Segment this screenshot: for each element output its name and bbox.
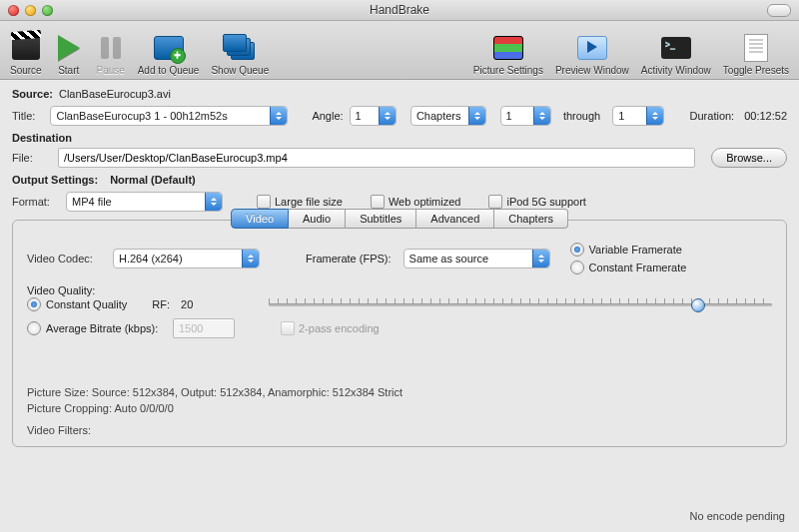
radio-icon	[570, 243, 584, 257]
bitrate-input	[173, 318, 235, 338]
pause-icon	[101, 37, 121, 59]
toggle-presets-icon	[744, 34, 768, 62]
checkbox-icon	[257, 195, 271, 209]
two-pass-label: 2-pass encoding	[299, 322, 380, 334]
average-bitrate-radio[interactable]: Average Bitrate (kbps):	[27, 321, 167, 335]
chevron-up-down-icon	[270, 107, 287, 125]
rf-value: 20	[181, 298, 193, 310]
picture-settings-icon	[493, 36, 523, 60]
clapperboard-icon	[12, 36, 40, 60]
close-icon[interactable]	[8, 5, 19, 16]
chapter-from-value: 1	[506, 110, 512, 122]
output-settings-heading: Output Settings:	[12, 174, 98, 186]
minimize-icon[interactable]	[25, 5, 36, 16]
constant-quality-radio[interactable]: Constant Quality RF: 20	[27, 297, 197, 311]
output-preset: Normal (Default)	[110, 174, 196, 186]
large-file-label: Large file size	[275, 196, 343, 208]
checkbox-icon	[488, 195, 502, 209]
chapter-to-select[interactable]: 1	[612, 106, 663, 126]
tab-video[interactable]: Video	[231, 209, 289, 229]
add-to-queue-label: Add to Queue	[138, 65, 200, 76]
tab-subtitles[interactable]: Subtitles	[346, 209, 416, 229]
vfr-label: Variable Framerate	[589, 244, 682, 256]
video-codec-label: Video Codec:	[27, 253, 107, 265]
toggle-presets-button[interactable]: Toggle Presets	[723, 33, 789, 76]
picture-settings-button[interactable]: Picture Settings	[473, 33, 543, 76]
framerate-select[interactable]: Same as source	[403, 249, 550, 268]
duration-value: 00:12:52	[744, 110, 787, 122]
framerate-label: Framerate (FPS):	[306, 253, 392, 265]
tab-audio[interactable]: Audio	[289, 209, 346, 229]
ipod-checkbox[interactable]: iPod 5G support	[488, 195, 586, 209]
radio-icon	[27, 321, 41, 335]
window-title: HandBrake	[0, 3, 799, 17]
title-value: ClanBaseEurocup3 1 - 00h12m52s	[56, 110, 227, 122]
cfr-label: Constant Framerate	[589, 262, 687, 273]
chevron-up-down-icon	[242, 250, 259, 267]
quality-slider[interactable]	[269, 296, 772, 312]
video-codec-value: H.264 (x264)	[119, 253, 183, 265]
preview-window-button[interactable]: Preview Window	[555, 33, 629, 76]
add-to-queue-icon	[154, 36, 184, 60]
toggle-presets-label: Toggle Presets	[723, 65, 789, 76]
tab-advanced[interactable]: Advanced	[416, 209, 494, 229]
activity-window-label: Activity Window	[641, 65, 711, 76]
format-value: MP4 file	[72, 196, 112, 208]
toolbar: Source Start Pause Add to Queue Show Que…	[0, 21, 799, 80]
checkbox-icon	[281, 321, 295, 335]
chevron-up-down-icon	[468, 107, 485, 125]
abr-label: Average Bitrate (kbps):	[46, 322, 158, 334]
source-label: Source	[10, 65, 42, 76]
large-file-checkbox[interactable]: Large file size	[257, 195, 343, 209]
tab-chapters[interactable]: Chapters	[494, 209, 568, 229]
chapter-to-value: 1	[618, 110, 624, 122]
format-label: Format:	[12, 196, 60, 208]
picture-settings-label: Picture Settings	[473, 65, 543, 76]
title-bar: HandBrake	[0, 0, 799, 21]
title-select[interactable]: ClanBaseEurocup3 1 - 00h12m52s	[50, 106, 288, 126]
chevron-up-down-icon	[533, 107, 550, 125]
pause-label: Pause	[97, 65, 125, 76]
destination-heading: Destination	[12, 132, 787, 144]
radio-icon	[27, 297, 41, 311]
source-button[interactable]: Source	[10, 33, 42, 76]
chevron-up-down-icon	[532, 250, 549, 267]
framerate-value: Same as source	[409, 253, 488, 265]
web-optimized-checkbox[interactable]: Web optimized	[371, 195, 461, 209]
activity-window-button[interactable]: Activity Window	[641, 33, 711, 76]
activity-window-icon	[661, 37, 691, 59]
angle-label: Angle:	[312, 110, 343, 122]
play-icon	[58, 35, 80, 61]
variable-framerate-radio[interactable]: Variable Framerate	[570, 243, 687, 257]
pause-button: Pause	[96, 33, 126, 76]
source-label: Source:	[12, 88, 53, 100]
picture-crop-line: Picture Cropping: Auto 0/0/0/0	[27, 402, 772, 414]
angle-select[interactable]: 1	[350, 106, 397, 126]
show-queue-button[interactable]: Show Queue	[211, 33, 269, 76]
web-optimized-label: Web optimized	[389, 196, 461, 208]
format-select[interactable]: MP4 file	[66, 192, 223, 212]
range-mode-value: Chapters	[416, 110, 461, 122]
browse-button[interactable]: Browse...	[711, 148, 787, 168]
zoom-icon[interactable]	[42, 5, 53, 16]
show-queue-icon	[225, 36, 255, 60]
range-mode-select[interactable]: Chapters	[410, 106, 486, 126]
chevron-up-down-icon	[205, 193, 222, 211]
toolbar-toggle-icon[interactable]	[767, 4, 791, 17]
preview-window-icon	[577, 36, 607, 60]
duration-label: Duration:	[690, 110, 735, 122]
preview-window-label: Preview Window	[555, 65, 629, 76]
file-label: File:	[12, 152, 52, 164]
rf-label: RF:	[152, 298, 170, 310]
chapter-from-select[interactable]: 1	[500, 106, 551, 126]
radio-icon	[570, 261, 584, 274]
picture-size-line: Picture Size: Source: 512x384, Output: 5…	[27, 386, 772, 398]
video-quality-heading: Video Quality:	[27, 284, 772, 296]
video-filters-line: Video Filters:	[27, 424, 772, 436]
constant-framerate-radio[interactable]: Constant Framerate	[570, 261, 687, 274]
start-button[interactable]: Start	[54, 33, 84, 76]
video-codec-select[interactable]: H.264 (x264)	[113, 249, 260, 268]
destination-file-input[interactable]	[58, 148, 695, 168]
chevron-up-down-icon	[379, 107, 396, 125]
add-to-queue-button[interactable]: Add to Queue	[138, 33, 200, 76]
